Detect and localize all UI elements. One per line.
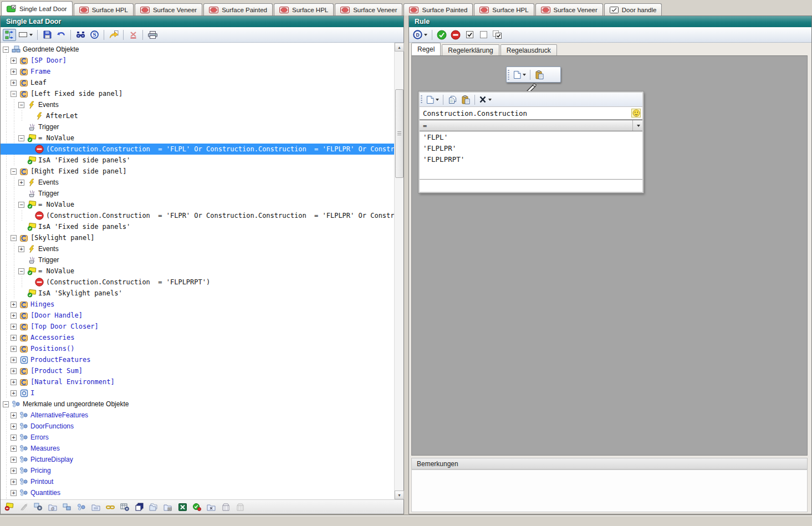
scroll-down-arrow-icon[interactable]: ▼ xyxy=(395,491,404,499)
tree-row[interactable]: +DoorFunctions xyxy=(1,421,394,432)
tree-row[interactable]: +[Natural Environment] xyxy=(1,376,394,387)
tree-tools-folder-export-button[interactable] xyxy=(162,501,174,513)
tree-row[interactable]: Trigger xyxy=(1,188,394,199)
expand-icon[interactable]: + xyxy=(11,80,17,86)
tree-row[interactable]: +Events xyxy=(1,177,394,188)
tree-tools-check-red-button[interactable] xyxy=(191,501,203,513)
left-toolbar-save-button[interactable] xyxy=(40,29,54,41)
tree-row[interactable]: +Positions() xyxy=(1,343,394,354)
tree-tools-archive-button[interactable] xyxy=(219,501,232,513)
collapse-icon[interactable]: − xyxy=(18,135,24,141)
expand-icon[interactable]: + xyxy=(11,346,17,352)
tree-row[interactable]: +AlternativeFeatures xyxy=(1,410,394,421)
rule-toolbar-minus-circle-button[interactable] xyxy=(449,29,462,41)
editor-toolbar-paste-button[interactable] xyxy=(459,94,472,106)
left-toolbar-tree-view-button[interactable] xyxy=(3,29,16,41)
left-toolbar-letter-s-button[interactable]: S xyxy=(88,29,101,41)
collapse-icon[interactable]: − xyxy=(11,235,17,241)
collapse-icon[interactable]: − xyxy=(18,268,24,274)
expand-icon[interactable]: + xyxy=(11,324,17,330)
expand-icon[interactable]: + xyxy=(11,457,17,463)
document-tab-6[interactable]: Surface Painted xyxy=(404,3,473,16)
collapse-icon[interactable]: − xyxy=(18,102,24,108)
tree-row[interactable]: AfterLet xyxy=(1,110,394,121)
left-toolbar-shape-rect-button[interactable] xyxy=(17,29,34,41)
document-tab-9[interactable]: Door handle xyxy=(604,3,662,16)
document-tab-0[interactable]: Single Leaf Door xyxy=(1,1,73,16)
expand-icon[interactable]: + xyxy=(11,313,17,319)
tree-row[interactable]: +I xyxy=(1,387,394,399)
tree-row[interactable]: +[Product Sum] xyxy=(1,365,394,376)
tree-tools-object-gear-button[interactable] xyxy=(32,501,44,513)
rule-field-row[interactable]: Construction.Construction xyxy=(420,107,642,120)
tree-row[interactable]: (Construction.Construction = 'FLPLPRPT') xyxy=(1,277,394,288)
tree-tools-folder-doc-button[interactable] xyxy=(90,501,102,513)
expand-icon[interactable]: + xyxy=(11,446,17,452)
tree-row[interactable]: −[Left Fixed side panel] xyxy=(1,88,394,99)
tree-row[interactable]: +Accessories xyxy=(1,332,394,343)
toolbar-grip-icon[interactable] xyxy=(421,95,422,104)
tree-row[interactable]: +Hinges xyxy=(1,299,394,310)
tree-row[interactable]: −= NoValue xyxy=(1,132,394,144)
tree-row[interactable]: +ProductFeatures xyxy=(1,354,394,365)
rule-editor-new-row[interactable] xyxy=(420,180,642,194)
smiley-button[interactable] xyxy=(631,109,641,118)
document-tab-4[interactable]: Surface HPL xyxy=(274,3,334,16)
rule-toolbar-circle-d-button[interactable]: D xyxy=(411,29,429,41)
tree-tools-excel-button[interactable] xyxy=(176,501,188,513)
expand-icon[interactable]: + xyxy=(18,180,24,186)
rule-value-item[interactable]: 'FLPLPR' xyxy=(420,142,642,154)
dropdown-caret-icon[interactable] xyxy=(29,34,33,36)
expand-icon[interactable]: + xyxy=(11,423,17,430)
operator-combobox[interactable]: = xyxy=(420,120,642,131)
tree-row[interactable]: +[Door Handle] xyxy=(1,310,394,321)
tree-tools-link-button[interactable] xyxy=(104,501,116,513)
rule-tab-0[interactable]: Regel xyxy=(411,43,441,55)
tree-row[interactable]: +Events xyxy=(1,243,394,254)
tree-row[interactable]: +Printout xyxy=(1,476,394,487)
expand-icon[interactable]: + xyxy=(11,302,17,308)
editor-toolbar-new-page-button[interactable] xyxy=(425,94,441,106)
tree-tools-folder-copy-button[interactable] xyxy=(147,501,160,513)
tree-row[interactable]: −Merkmale und ungeordnete Objekte xyxy=(1,399,394,410)
tree-tools-layers-button[interactable] xyxy=(133,501,145,513)
rule-tab-2[interactable]: Regelausdruck xyxy=(501,44,557,55)
notes-input-area[interactable] xyxy=(411,469,808,512)
tree-tools-molecule-button[interactable] xyxy=(75,501,88,513)
left-toolbar-find-button[interactable] xyxy=(74,29,87,41)
dropdown-caret-icon[interactable] xyxy=(488,99,492,101)
expand-icon[interactable]: + xyxy=(18,246,24,252)
tree-tools-archive-disabled-button[interactable] xyxy=(234,501,246,513)
dropdown-caret-icon[interactable] xyxy=(424,34,427,36)
rule-tab-1[interactable]: Regelerklärung xyxy=(442,44,499,55)
tree-row[interactable]: Trigger xyxy=(1,121,394,132)
toolbar-grip-icon[interactable] xyxy=(508,69,509,80)
scrollbar-thumb[interactable] xyxy=(395,89,404,178)
scroll-up-arrow-icon[interactable]: ▲ xyxy=(395,43,404,52)
tree-row[interactable]: IsA 'Fixed side panels' xyxy=(1,221,394,232)
tree-row[interactable]: +PictureDisplay xyxy=(1,454,394,465)
tree-row[interactable]: +Pricing xyxy=(1,465,394,476)
tree-row[interactable]: −= NoValue xyxy=(1,265,394,277)
tree-tools-edit-disabled-button[interactable] xyxy=(18,501,30,513)
float-toolbar-new-page-button[interactable] xyxy=(512,69,528,81)
dropdown-caret-icon[interactable] xyxy=(523,74,526,76)
tree-row[interactable]: −= NoValue xyxy=(1,199,394,210)
expand-icon[interactable]: + xyxy=(11,379,17,385)
tree-tools-object-pair-button[interactable] xyxy=(61,501,73,513)
tree-row[interactable]: −[Skylight panel] xyxy=(1,232,394,243)
rule-value-item[interactable]: 'FLPL' xyxy=(420,131,642,142)
combo-dropdown-icon[interactable] xyxy=(632,120,642,131)
expand-icon[interactable]: + xyxy=(11,390,17,396)
tree-tools-tag-remove-button[interactable] xyxy=(3,501,16,513)
tree-row[interactable]: +Measures xyxy=(1,443,394,454)
document-tab-7[interactable]: Surface HPL xyxy=(474,3,534,16)
collapse-icon[interactable]: − xyxy=(11,91,17,97)
expand-icon[interactable]: + xyxy=(11,412,17,418)
float-toolbar-paste-button[interactable] xyxy=(533,69,546,81)
tree-row[interactable]: IsA 'Skylight panels' xyxy=(1,288,394,299)
expand-icon[interactable]: + xyxy=(11,368,17,374)
rule-toolbar-check-circle-button[interactable] xyxy=(435,29,448,41)
tree-row[interactable]: +Leaf xyxy=(1,77,394,88)
expand-icon[interactable]: + xyxy=(11,58,17,64)
